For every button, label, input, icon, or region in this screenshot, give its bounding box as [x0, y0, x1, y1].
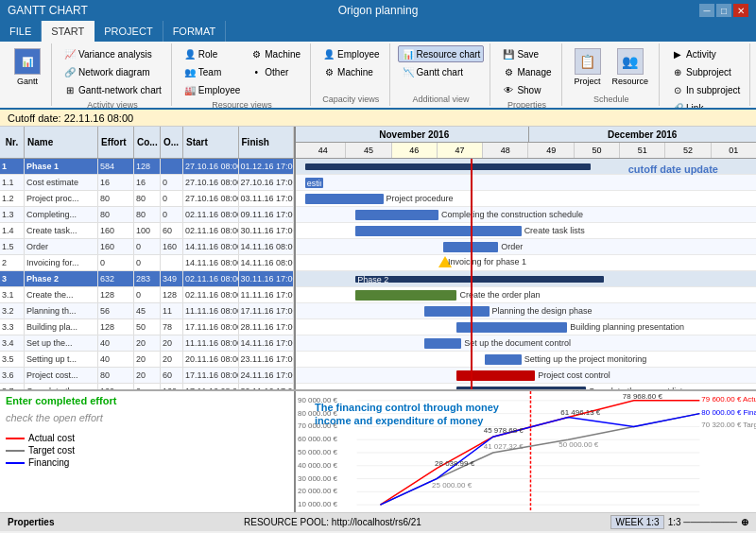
table-cell: 3.6	[0, 368, 25, 383]
financing-annotation: The financing control through money inco…	[315, 401, 499, 428]
table-row[interactable]: 1.2Project proc...8080027.10.16 08:0003.…	[0, 191, 294, 207]
ribbon-group-structure: ▶Activity ⊕Subproject ⊙In subproject 🔗Li…	[662, 43, 750, 106]
table-cell: 1.3	[0, 207, 25, 222]
table-cell: 128	[161, 287, 183, 302]
table-cell: 80	[134, 207, 161, 222]
table-cell: 09.11.16 17:00	[239, 207, 295, 222]
cost-chart-svg-area: 90 000.00 € 80 000.00 € 70 000.00 € 60 0…	[296, 391, 756, 512]
maximize-button[interactable]: □	[716, 4, 731, 17]
gantt-network-btn[interactable]: ⊞Gantt-network chart	[60, 81, 165, 98]
role-btn[interactable]: 👤Role	[180, 45, 244, 62]
table-cell: 20	[134, 335, 161, 351]
bar-label: Setting up the project monitoring	[524, 354, 647, 364]
project-schedule-btn[interactable]: 📋 Project	[570, 45, 606, 89]
table-cell: 3.1	[0, 287, 25, 302]
svg-text:30 000.00 €: 30 000.00 €	[298, 474, 338, 483]
table-row[interactable]: 3.6Project cost...80206017.11.16 08:0024…	[0, 368, 294, 384]
table-cell: 160	[161, 239, 183, 254]
table-row[interactable]: 3Phase 263228334902.11.16 08:00+30.11.16…	[0, 271, 294, 287]
gantt-bar: estimate	[305, 178, 323, 188]
month-dec: December 2016	[529, 127, 757, 142]
table-row[interactable]: 3.1Create the...128012802.11.16 08:0011.…	[0, 287, 294, 303]
table-cell: 3	[0, 271, 25, 286]
milestone-label: Invoicing for phase 1	[448, 257, 526, 266]
gantt-button[interactable]: 📊 Gantt	[9, 45, 45, 89]
table-cell: 584	[98, 159, 134, 174]
ribbon-group-gantt: 📊 Gantt	[4, 43, 52, 106]
team-btn[interactable]: 👥Team	[180, 63, 244, 80]
table-row[interactable]: 2Invoicing for...0014.11.16 08:0014.11.1…	[0, 255, 294, 271]
table-cell: 02.11.16 08:00	[183, 223, 239, 238]
manage-btn[interactable]: ⚙Manage	[498, 63, 555, 80]
employee-btn[interactable]: 🏭Employee	[180, 81, 244, 98]
network-diagram-btn[interactable]: 🔗Network diagram	[60, 63, 165, 80]
tab-format[interactable]: FORMAT	[163, 21, 227, 42]
tab-project[interactable]: PROJECT	[94, 21, 163, 42]
machine-btn[interactable]: ⚙Machine	[246, 45, 304, 62]
other-btn[interactable]: •Other	[246, 63, 304, 80]
ribbon-content: 📊 Gantt 📈Variance analysis 🔗Network diag…	[0, 42, 756, 110]
activity-btn[interactable]: ▶Activity	[667, 45, 744, 62]
table-cell: 0	[134, 287, 161, 302]
minimize-button[interactable]: ─	[699, 4, 714, 17]
ribbon-tabs: FILE START PROJECT FORMAT	[0, 21, 756, 42]
table-cell: 2	[0, 255, 25, 270]
gantt-bar	[456, 387, 585, 389]
table-cell: 0	[161, 175, 183, 190]
gantt-network-icon: ⊞	[63, 83, 77, 96]
table-cell: 20	[161, 335, 183, 351]
table-cell: 17.11.16 17:00	[239, 303, 295, 318]
table-cell: 03.11.16 17:00	[239, 191, 295, 206]
save-btn[interactable]: 💾Save	[498, 45, 555, 62]
col-effort: Effort	[98, 127, 134, 158]
gantt-bar	[355, 210, 438, 220]
table-row[interactable]: 3.4Set up the...40202011.11.16 08:0014.1…	[0, 335, 294, 352]
table-row[interactable]: 1.5Order160016014.11.16 08:0014.11.16 08…	[0, 239, 294, 255]
table-row[interactable]: 3.2Planning th...56451111.11.16 08:0017.…	[0, 303, 294, 319]
table-cell: 40	[98, 352, 134, 367]
gantt-bar	[305, 163, 591, 170]
table-cell: 56	[98, 303, 134, 318]
table-row[interactable]: 3.3Building pla...128507817.11.16 08:002…	[0, 319, 294, 335]
table-cell: 283	[134, 271, 161, 286]
zoom-slider[interactable]: 1:3 ────────	[668, 517, 737, 527]
table-row[interactable]: 1Phase 158412827.10.16 08:0001.12.16 17:…	[0, 159, 294, 175]
variance-analysis-btn[interactable]: 📈Variance analysis	[60, 45, 165, 62]
properties-label: Properties	[8, 517, 54, 527]
table-cell: Project cost...	[25, 368, 98, 383]
resource-chart-btn[interactable]: 📊Resource chart	[398, 45, 485, 62]
col-finish: Finish	[239, 127, 295, 158]
cap-machine-btn[interactable]: ⚙Machine	[318, 63, 383, 80]
show-btn[interactable]: 👁Show	[498, 81, 555, 98]
svg-text:80 000.00 € Financin: 80 000.00 € Financin	[701, 408, 756, 417]
cap-employee-btn[interactable]: 👤Employee	[318, 45, 383, 62]
table-row[interactable]: 1.4Create task...1601006002.11.16 08:003…	[0, 223, 294, 239]
svg-text:28 038.99 €: 28 038.99 €	[435, 459, 475, 468]
subproject-btn[interactable]: ⊕Subproject	[667, 63, 744, 80]
table-cell: 40	[98, 335, 134, 351]
table-cell: 80	[98, 368, 134, 383]
tab-file[interactable]: FILE	[0, 21, 42, 42]
table-row[interactable]: 1.1Cost estimate1616027.10.16 08:0027.10…	[0, 175, 294, 191]
gantt-bar	[424, 338, 461, 349]
table-cell: 14.11.16 08:00	[183, 239, 239, 254]
table-cell: 17.11.16 08:00	[183, 368, 239, 383]
app-title: GANTT CHART	[8, 4, 88, 17]
bar-label: Order	[501, 242, 523, 251]
gantt-chart-btn[interactable]: 📉Gantt chart	[398, 63, 485, 80]
in-subproject-btn[interactable]: ⊙In subproject	[667, 81, 744, 98]
resource-schedule-btn[interactable]: 👥 Resource	[608, 45, 654, 89]
table-row[interactable]: 1.3Completing...8080002.11.16 08:0009.11…	[0, 207, 294, 223]
chart-icon: 📈	[63, 47, 77, 60]
legend-financing-line	[6, 462, 25, 464]
link-btn[interactable]: 🔗Link	[667, 99, 744, 110]
table-cell: 3.5	[0, 352, 25, 367]
tab-start[interactable]: START	[42, 21, 94, 42]
close-button[interactable]: ✕	[733, 4, 748, 17]
table-cell: 16	[98, 175, 134, 190]
table-row[interactable]: 3.5Setting up t...40202020.11.16 08:0023…	[0, 352, 294, 368]
table-cell: 11.11.16 17:00	[239, 287, 295, 302]
table-cell: 80	[98, 207, 134, 222]
zoom-out-btn[interactable]: ⊕	[741, 517, 748, 527]
gantt-row-bg	[296, 239, 756, 255]
